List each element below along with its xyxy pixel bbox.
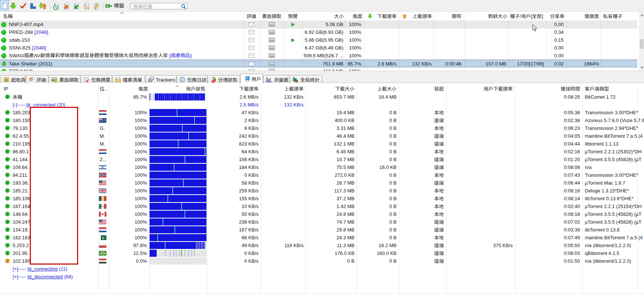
svg-text:T: T: [106, 4, 109, 8]
